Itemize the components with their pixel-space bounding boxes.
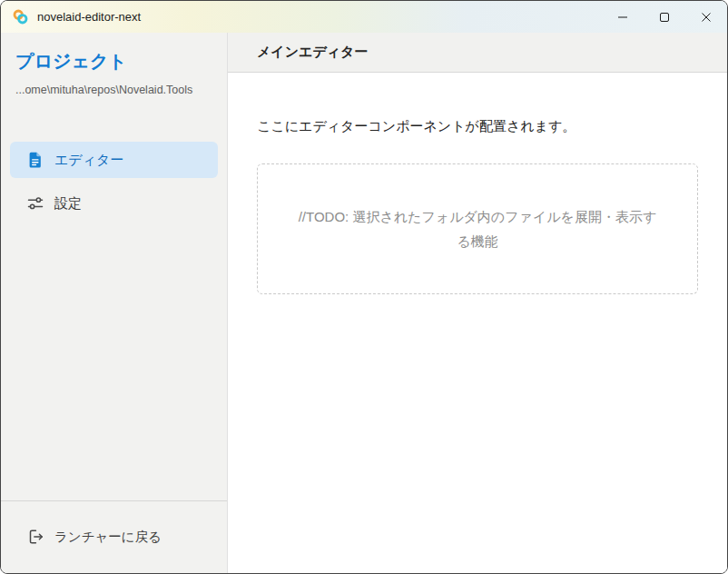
sidebar-item-label: エディター [54, 152, 123, 169]
main-header: メインエディター [228, 33, 727, 73]
minimize-icon [617, 12, 628, 23]
app-body: プロジェクト ...ome\mituha\repos\Novelaid.Tool… [1, 33, 727, 573]
close-icon [701, 12, 712, 23]
todo-placeholder-box: //TODO: 選択されたフォルダ内のファイルを展開・表示する機能 [257, 163, 698, 294]
sidebar-item-settings[interactable]: 設定 [10, 185, 218, 222]
back-to-launcher-button[interactable]: ランチャーに戻る [10, 519, 218, 555]
options-sliders-icon [26, 194, 44, 213]
sidebar-item-editor[interactable]: エディター [10, 142, 218, 178]
document-text-icon [26, 151, 44, 169]
project-title: プロジェクト [15, 49, 212, 73]
titlebar[interactable]: novelaid-editor-next [1, 1, 727, 33]
maximize-button[interactable] [644, 1, 685, 33]
sidebar-footer: ランチャーに戻る [1, 500, 227, 573]
app-window: novelaid-editor-next プロジェクト [0, 0, 728, 574]
exit-arrow-icon [26, 528, 44, 546]
main-content: ここにエディターコンポーネントが配置されます。 //TODO: 選択されたフォル… [228, 73, 727, 294]
editor-placeholder-text: ここにエディターコンポーネントが配置されます。 [257, 118, 698, 135]
main-header-title: メインエディター [257, 44, 368, 61]
maximize-icon [659, 12, 670, 23]
sidebar-item-label: 設定 [54, 195, 82, 213]
sidebar-nav: エディター 設定 [1, 142, 227, 500]
todo-text: //TODO: 選択されたフォルダ内のファイルを展開・表示する機能 [294, 204, 661, 253]
back-to-launcher-label: ランチャーに戻る [54, 529, 162, 546]
main-area: メインエディター ここにエディターコンポーネントが配置されます。 //TODO:… [228, 33, 727, 573]
window-title: novelaid-editor-next [37, 10, 141, 24]
sidebar-header: プロジェクト ...ome\mituha\repos\Novelaid.Tool… [1, 33, 227, 96]
app-logo-icon [12, 8, 29, 25]
minimize-button[interactable] [602, 1, 644, 33]
window-controls [602, 1, 727, 33]
project-path: ...ome\mituha\repos\Novelaid.Tools [15, 84, 212, 96]
close-button[interactable] [685, 1, 727, 33]
sidebar: プロジェクト ...ome\mituha\repos\Novelaid.Tool… [1, 33, 228, 573]
